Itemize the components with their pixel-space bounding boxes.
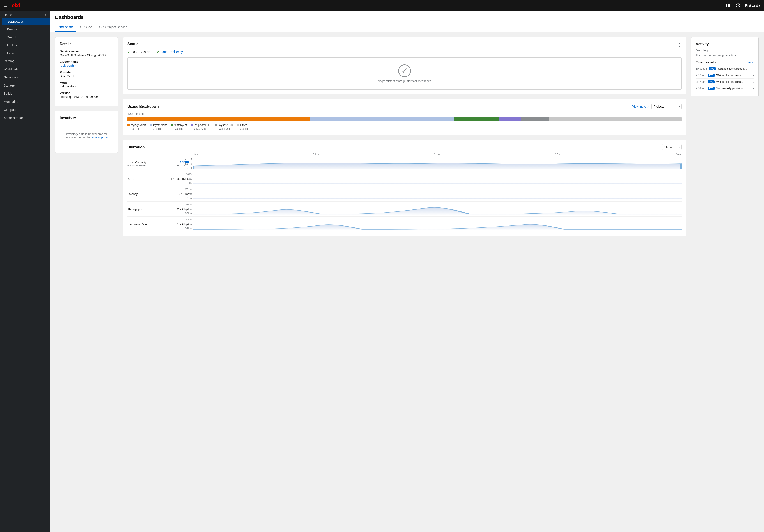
sidebar-item-dashboards-label: Dashboards bbox=[8, 20, 24, 23]
bar-skynet bbox=[521, 117, 549, 121]
svg-rect-3 bbox=[726, 5, 727, 6]
util-chart-recovery-rate: 10 Gbps 5 Gbps 0 Gbps bbox=[193, 219, 682, 230]
utilization-header: Utilization 1 hour 6 hours 12 hours 24 h… bbox=[127, 144, 682, 150]
data-resiliency-link[interactable]: Data Resiliency bbox=[161, 50, 183, 54]
util-row-latency: Latency 27.3 ms 200 ms 100 ms 0 ms bbox=[127, 186, 682, 202]
event-time-1: 10:02 am bbox=[696, 67, 707, 70]
sidebar-item-workloads[interactable]: Workloads bbox=[0, 65, 50, 73]
util-row-used-capacity: Used Capacity 8.3 TiB available 9.2 TiB … bbox=[127, 156, 682, 171]
detail-cluster-name-link-text: rook-ceph bbox=[60, 64, 74, 68]
projects-select-wrapper: Projects Storage Classes bbox=[652, 104, 682, 109]
sidebar-item-administration[interactable]: Administration bbox=[0, 114, 50, 122]
svg-rect-1 bbox=[728, 4, 729, 5]
activity-ongoing-empty: There are no ongoing activities. bbox=[696, 54, 754, 57]
sidebar-home-items: Dashboards Projects Search Explore Event… bbox=[0, 18, 50, 57]
svg-rect-8 bbox=[729, 6, 730, 7]
projects-select[interactable]: Projects Storage Classes bbox=[652, 104, 682, 109]
utilization-card: Utilization 1 hour 6 hours 12 hours 24 h… bbox=[123, 139, 686, 236]
time-select[interactable]: 1 hour 6 hours 12 hours 24 hours bbox=[662, 144, 682, 150]
event-time-3: 9:12 am bbox=[696, 80, 706, 84]
sidebar-item-search[interactable]: Search bbox=[2, 33, 50, 41]
event-badge-3: PVC bbox=[708, 81, 715, 84]
main-header: Dashboards Overview OCS PV OCS Object Se… bbox=[50, 11, 764, 32]
view-more-icon: ↗ bbox=[647, 105, 649, 108]
detail-service-name: Service name OpenShift Container Storage… bbox=[60, 50, 113, 57]
center-column: Status ⋮ ✔ OCS Cluster ✔ Data Resiliency bbox=[123, 37, 686, 236]
legend-longname: long-name-1... 987.3 GiB bbox=[191, 123, 211, 130]
event-text-1: storageclass.storage.k... bbox=[717, 67, 751, 70]
sidebar-item-catalog-label: Catalog bbox=[4, 59, 14, 63]
external-link-icon: ↗ bbox=[75, 64, 77, 67]
sidebar-item-events-label: Events bbox=[7, 51, 16, 55]
sidebar-item-projects[interactable]: Projects bbox=[2, 26, 50, 33]
event-text-4: Successfully provision... bbox=[716, 87, 750, 90]
activity-ongoing-label: Ongoing bbox=[696, 49, 754, 52]
status-checks: ✔ OCS Cluster ✔ Data Resiliency bbox=[127, 50, 682, 54]
inventory-card: Inventory Inventory data is unavailable … bbox=[55, 111, 118, 153]
status-more-button[interactable]: ⋮ bbox=[677, 42, 682, 47]
detail-mode: Mode Independent bbox=[60, 81, 113, 88]
detail-mode-value: Independent bbox=[60, 85, 113, 88]
event-item-1[interactable]: 10:02 am PVC storageclass.storage.k... › bbox=[696, 66, 754, 72]
util-row-throughput: Throughput 2.7 Gbps 10 Gbps 5 Gbps 0 Gbp… bbox=[127, 202, 682, 217]
user-menu[interactable]: First Last ▾ bbox=[745, 4, 760, 7]
event-chevron-4: › bbox=[753, 87, 754, 90]
event-item-3[interactable]: 9:12 am PVC Waiting for first consu... › bbox=[696, 79, 754, 85]
status-ocs-cluster-label: OCS Cluster bbox=[132, 50, 149, 54]
usage-breakdown-card: Usage Breakdown View more ↗ Projects Sto… bbox=[123, 99, 686, 135]
usage-breakdown-header: Usage Breakdown View more ↗ Projects Sto… bbox=[127, 104, 682, 109]
sidebar-item-search-label: Search bbox=[7, 36, 16, 39]
view-more-link[interactable]: View more ↗ bbox=[632, 105, 649, 108]
util-chart-throughput: 10 Gbps 5 Gbps 0 Gbps bbox=[193, 203, 682, 215]
sidebar-item-catalog[interactable]: Catalog bbox=[0, 57, 50, 65]
legend-mybigproject: mybigproject 4.3 TiB bbox=[127, 123, 146, 130]
status-card: Status ⋮ ✔ OCS Cluster ✔ Data Resiliency bbox=[123, 37, 686, 94]
svg-rect-4 bbox=[728, 5, 729, 6]
main-content: Dashboards Overview OCS PV OCS Object Se… bbox=[50, 11, 764, 532]
detail-version-label: Version bbox=[60, 91, 113, 95]
status-check-data-resiliency: ✔ Data Resiliency bbox=[157, 50, 183, 54]
details-title: Details bbox=[60, 42, 113, 46]
sidebar-item-dashboards[interactable]: Dashboards bbox=[2, 18, 50, 26]
tab-overview[interactable]: Overview bbox=[55, 23, 76, 32]
tab-ocs-object[interactable]: OCS Object Service bbox=[96, 23, 131, 32]
sidebar-item-explore-label: Explore bbox=[7, 44, 17, 47]
sidebar-item-compute[interactable]: Compute bbox=[0, 106, 50, 114]
sidebar-item-explore[interactable]: Explore bbox=[2, 41, 50, 49]
hamburger-icon[interactable]: ☰ bbox=[4, 3, 7, 8]
check-ok-icon-2: ✔ bbox=[157, 50, 160, 54]
status-empty-icon: ✓ bbox=[398, 65, 411, 77]
usage-bar bbox=[127, 117, 682, 121]
status-title: Status bbox=[127, 42, 138, 46]
sidebar-item-storage-label: Storage bbox=[4, 84, 15, 87]
usage-breakdown-title: Usage Breakdown bbox=[127, 104, 159, 109]
svg-rect-5 bbox=[729, 5, 730, 6]
event-item-2[interactable]: 9:37 am PVC Waiting for first consu... › bbox=[696, 72, 754, 79]
home-chevron-icon: ▾ bbox=[45, 14, 46, 16]
event-item-4[interactable]: 9:08 am PVC Successfully provision... › bbox=[696, 85, 754, 92]
apps-icon[interactable] bbox=[725, 2, 731, 9]
sidebar-item-monitoring[interactable]: Monitoring bbox=[0, 97, 50, 106]
sidebar-item-builds[interactable]: Builds bbox=[0, 89, 50, 97]
svg-rect-7 bbox=[728, 6, 729, 7]
bar-other bbox=[549, 117, 682, 121]
bar-myotherone bbox=[310, 117, 455, 121]
tab-ocs-pv[interactable]: OCS PV bbox=[76, 23, 96, 32]
activity-pause-button[interactable]: Pause bbox=[745, 61, 754, 64]
event-badge-1: PVC bbox=[709, 68, 716, 70]
sidebar-item-storage[interactable]: Storage bbox=[0, 82, 50, 89]
topbar-icons: ? First Last ▾ bbox=[725, 2, 760, 9]
util-resource-used-capacity: Used Capacity 8.3 TiB available bbox=[127, 161, 163, 167]
inventory-link-icon: ↗ bbox=[105, 136, 108, 139]
util-chart-latency: 200 ms 100 ms 0 ms bbox=[193, 188, 682, 200]
detail-cluster-name-link[interactable]: rook-ceph ↗ bbox=[60, 64, 77, 68]
sidebar-item-events[interactable]: Events bbox=[2, 49, 50, 57]
detail-cluster-name: Cluster name rook-ceph ↗ bbox=[60, 60, 113, 68]
inventory-link[interactable]: rook-ceph ↗ bbox=[91, 136, 107, 139]
sidebar-section-home[interactable]: Home ▾ bbox=[0, 11, 50, 18]
sidebar-item-networking[interactable]: Networking bbox=[0, 73, 50, 82]
help-icon[interactable]: ? bbox=[735, 2, 741, 9]
activity-card: Activity Ongoing There are no ongoing ac… bbox=[691, 37, 759, 96]
legend-testproject: testproject 1.1 TiB bbox=[171, 123, 187, 130]
usage-amount: 10.3 TiB used bbox=[127, 112, 682, 115]
